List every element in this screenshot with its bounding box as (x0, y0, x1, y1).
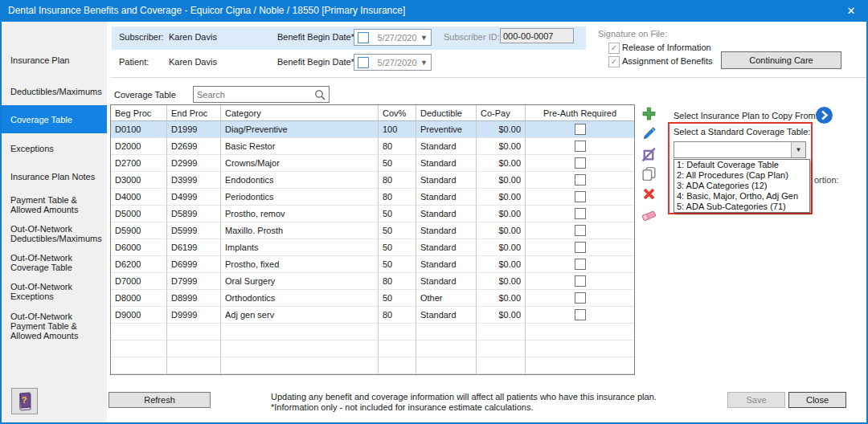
footer-note-line1: Updating any benefit and coverage inform… (271, 392, 657, 402)
dropdown-item-4-basic-major-ortho-adj-gen[interactable]: 4: Basic, Major, Ortho, Adj Gen (674, 191, 809, 202)
sidebar: Insurance PlanDeductibles/MaximumsCovera… (2, 22, 107, 422)
table-row[interactable]: D3000D3999Endodontics80Standard$0.00 (111, 172, 634, 189)
delete-icon[interactable] (641, 186, 657, 202)
preauth-checkbox[interactable] (575, 174, 586, 186)
cell-end-proc: D5999 (167, 222, 221, 239)
preauth-checkbox[interactable] (575, 191, 586, 202)
cell-category: Oral Surgery (221, 273, 379, 290)
table-row[interactable]: D6000D6199Implants50Standard$0.00 (111, 239, 634, 256)
copy-from-arrow-button[interactable] (815, 106, 833, 124)
preauth-checkbox[interactable] (575, 225, 586, 236)
table-row[interactable]: D9000D9999Adj gen serv80Standard$0.00 (111, 307, 634, 324)
preauth-checkbox[interactable] (575, 309, 586, 320)
cell-co-pay: $0.00 (477, 307, 526, 324)
refresh-button[interactable]: Refresh (108, 392, 211, 408)
close-button[interactable]: Close (788, 392, 846, 408)
table-row[interactable]: D7000D7999Oral Surgery80Standard$0.00 (111, 273, 634, 290)
search-input[interactable] (194, 90, 314, 100)
empty-cell (167, 340, 221, 357)
empty-cell (379, 340, 416, 357)
preauth-checkbox[interactable] (575, 141, 586, 152)
combobox-dropdown-icon[interactable]: ▼ (791, 142, 805, 157)
preauth-checkbox[interactable] (575, 208, 586, 219)
dropdown-item-3-ada-categories-12[interactable]: 3: ADA Categories (12) (674, 181, 809, 191)
preauth-checkbox[interactable] (575, 292, 586, 304)
table-row[interactable]: D0100D1999Diag/Preventive100Preventive$0… (111, 121, 634, 138)
empty-cell (111, 340, 167, 357)
save-button[interactable]: Save (727, 392, 785, 408)
preauth-checkbox[interactable] (575, 157, 586, 169)
sidebar-item-deductibles-maximums[interactable]: Deductibles/Maximums (2, 86, 107, 97)
cell-end-proc: D7999 (167, 273, 221, 290)
cell-end-proc: D6199 (167, 239, 221, 256)
preauth-checkbox[interactable] (575, 259, 586, 270)
standard-coverage-table-combobox[interactable]: ▼ (674, 141, 806, 158)
sidebar-item-insurance-plan[interactable]: Insurance Plan (2, 55, 107, 66)
slashed-square-icon[interactable] (641, 145, 657, 162)
search-box (193, 86, 330, 103)
sidebar-item-out-of-network-payment-table-allowed-amounts[interactable]: Out-Of-Network Payment Table & Allowed A… (2, 311, 107, 341)
empty-cell (477, 374, 526, 375)
cell-end-proc: D2999 (167, 155, 221, 172)
title-bar: Dental Insurance Benefits and Coverage -… (0, 0, 868, 22)
preauth-checkbox[interactable] (575, 242, 586, 253)
sidebar-item-out-of-network-coverage-table[interactable]: Out-Of-Network Coverage Table (2, 252, 107, 273)
empty-cell (379, 374, 416, 375)
cell-end-proc: D4999 (167, 189, 221, 206)
sidebar-item-insurance-plan-notes[interactable]: Insurance Plan Notes (2, 171, 107, 182)
help-button[interactable]: ? (11, 388, 38, 414)
cell-cov: 50 (379, 206, 416, 222)
empty-cell (111, 324, 167, 340)
empty-cell (416, 374, 477, 375)
empty-table-row (111, 374, 634, 375)
close-icon[interactable]: ✕ (834, 0, 868, 22)
empty-cell (111, 357, 167, 374)
table-row[interactable]: D2700D2999Crowns/Major50Standard$0.00 (111, 155, 634, 172)
cell-deductible: Preventive (416, 121, 477, 138)
preauth-cell (526, 307, 634, 324)
preauth-checkbox[interactable] (575, 275, 586, 287)
chevron-down-icon[interactable]: ▼ (420, 34, 431, 42)
sidebar-item-exceptions[interactable]: Exceptions (2, 143, 107, 154)
copy-icon[interactable] (641, 165, 657, 182)
benefit-begin-date-picker-1[interactable]: 5/27/2020 ▼ (354, 29, 432, 46)
empty-cell (526, 340, 634, 357)
preauth-cell (526, 290, 634, 307)
table-row[interactable]: D8000D8999Orthodontics50Other$0.00 (111, 290, 634, 307)
cell-cov: 80 (379, 307, 416, 324)
cell-deductible: Standard (416, 273, 477, 290)
sidebar-item-out-of-network-exceptions[interactable]: Out-Of-Network Exceptions (2, 281, 107, 302)
table-row[interactable]: D2000D2699Basic Restor80Standard$0.00 (111, 138, 634, 155)
table-row[interactable]: D5000D5899Prostho, remov50Standard$0.00 (111, 206, 634, 222)
benefit-begin-date-picker-2[interactable]: 5/27/2020 ▼ (354, 54, 432, 71)
empty-cell (221, 340, 379, 357)
cell-category: Crowns/Major (221, 155, 379, 172)
column-header-end-proc: End Proc (167, 105, 221, 121)
sidebar-item-coverage-table[interactable]: Coverage Table (2, 105, 107, 133)
table-row[interactable]: D4000D4999Periodontics80Standard$0.00 (111, 189, 634, 206)
cell-co-pay: $0.00 (477, 206, 526, 222)
cell-cov: 80 (379, 172, 416, 189)
preauth-checkbox[interactable] (575, 124, 586, 135)
empty-cell (379, 324, 416, 340)
edit-icon[interactable] (641, 125, 657, 142)
subscriber-id-field[interactable] (500, 28, 574, 43)
empty-cell (526, 324, 634, 340)
date-checkbox-2[interactable] (358, 57, 369, 68)
eraser-icon[interactable] (641, 206, 657, 222)
cell-co-pay: $0.00 (477, 172, 526, 189)
table-row[interactable]: D6200D6999Prostho, fixed50Standard$0.00 (111, 256, 634, 273)
empty-cell (416, 324, 477, 340)
dropdown-item-5-ada-sub-categories-71[interactable]: 5: ADA Sub-Categories (71) (674, 202, 809, 212)
table-row[interactable]: D5900D5999Maxillo. Prosth50Standard$0.00 (111, 222, 634, 239)
dropdown-item-2-all-procedures-cap-plan[interactable]: 2: All Procedures (Cap Plan) (674, 170, 809, 181)
sidebar-item-payment-table-allowed-amounts[interactable]: Payment Table & Allowed Amounts (2, 194, 107, 215)
continuing-care-button[interactable]: Continuing Care (721, 51, 841, 69)
cell-beg-proc: D6200 (111, 256, 167, 273)
sidebar-item-out-of-network-deductibles-maximums[interactable]: Out-Of-Network Deductibles/Maximums (2, 223, 107, 244)
date-checkbox-1[interactable] (358, 32, 369, 43)
cell-category: Endodontics (221, 172, 379, 189)
dropdown-item-1-default-coverage-table[interactable]: 1: Default Coverage Table (674, 160, 809, 170)
chevron-down-icon[interactable]: ▼ (420, 59, 431, 67)
add-icon[interactable] (641, 105, 657, 122)
